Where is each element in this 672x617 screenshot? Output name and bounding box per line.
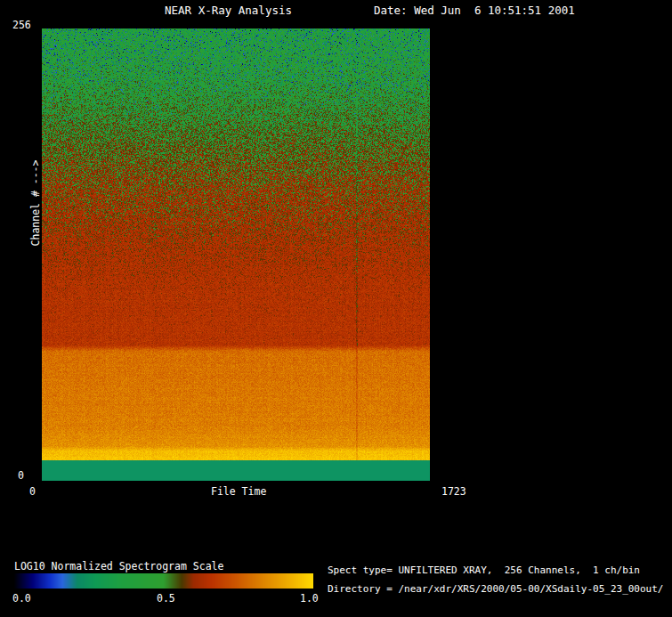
x-axis-min-label: 0 — [29, 486, 36, 498]
y-axis-max-label: 256 — [12, 20, 31, 31]
spect-type-text: Spect type= UNFILTERED XRAY, 256 Channel… — [328, 565, 640, 576]
x-axis-max-label: 1723 — [441, 486, 466, 498]
x-axis-title: File Time — [211, 486, 266, 498]
date-label: Date: Wed Jun 6 10:51:51 2001 — [374, 4, 575, 17]
colorbar-title: LOG10 Normalized Spectrogram Scale — [14, 561, 223, 572]
y-axis-title: Channel # ---> — [29, 160, 42, 247]
colorbar-tick-mid: 0.5 — [157, 593, 175, 605]
near-xray-analysis-window: NEAR X-Ray Analysis Date: Wed Jun 6 10:5… — [0, 0, 672, 617]
colorbar-tick-max: 1.0 — [300, 593, 319, 605]
directory-text: Directory = /near/xdr/XRS/2000/05-00/XSd… — [328, 584, 664, 595]
colorbar-canvas — [14, 573, 313, 589]
app-title: NEAR X-Ray Analysis — [165, 4, 292, 17]
y-axis-min-label: 0 — [18, 470, 24, 482]
spectrogram-canvas — [42, 28, 430, 481]
colorbar-tick-min: 0.0 — [12, 593, 31, 605]
